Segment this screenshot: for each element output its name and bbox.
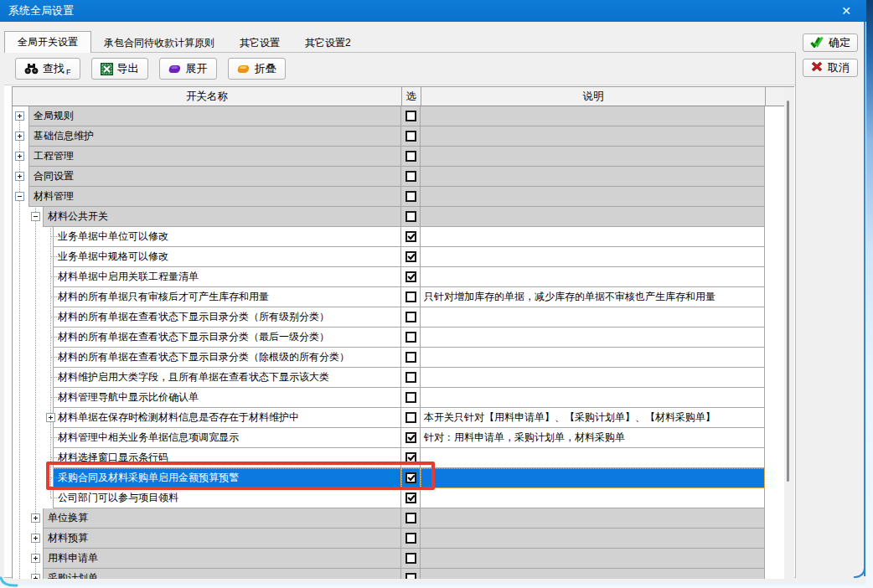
collapse-minus-icon[interactable] bbox=[31, 212, 40, 221]
column-header-2[interactable]: 选 bbox=[402, 87, 421, 106]
unchecked-checkbox[interactable] bbox=[406, 553, 416, 564]
cancel-button[interactable]: 取消 bbox=[803, 59, 858, 77]
unchecked-checkbox[interactable] bbox=[406, 171, 416, 182]
table-row[interactable]: 材料的所有单据在查看状态下显示目录分类（除根级的所有分类） bbox=[13, 348, 794, 368]
table-row[interactable]: 基础信息维护 bbox=[13, 126, 794, 147]
tree-connector-line bbox=[50, 397, 60, 398]
tab-page-global-switches: 查找F导出展开折叠 开关名称选说明 全局规则基础信息维护工程管理合同设置材料管理… bbox=[4, 52, 796, 578]
column-header-3[interactable]: 说明 bbox=[421, 87, 766, 106]
table-row[interactable]: 材料的所有单据在查看状态下显示目录分类（最后一级分类） bbox=[13, 328, 794, 348]
ok-button[interactable]: 确定 bbox=[803, 34, 858, 52]
展开-button[interactable]: 展开 bbox=[159, 58, 217, 80]
tab-2[interactable]: 承包合同待收款计算原则 bbox=[91, 33, 227, 53]
collapse-minus-icon[interactable] bbox=[15, 192, 24, 201]
expand-plus-icon[interactable] bbox=[31, 574, 40, 579]
check-cell bbox=[401, 207, 421, 227]
vertical-scrollbar-track[interactable] bbox=[784, 87, 794, 579]
switch-name-cell: 材料管理导航中显示比价确认单 bbox=[53, 388, 401, 408]
toolbar-button-label: 查找 bbox=[43, 61, 65, 76]
expand-plus-icon[interactable] bbox=[15, 111, 24, 121]
check-cell bbox=[401, 126, 421, 147]
check-cell bbox=[401, 549, 421, 569]
checked-checkbox[interactable] bbox=[406, 251, 416, 262]
table-row[interactable]: 采购计划单 bbox=[13, 569, 794, 579]
tab-1[interactable]: 全局开关设置 bbox=[4, 31, 91, 53]
expand-plus-icon[interactable] bbox=[15, 152, 24, 161]
binoculars-icon bbox=[24, 63, 39, 75]
table-row[interactable]: 用料申请单 bbox=[13, 549, 794, 569]
checked-checkbox[interactable] bbox=[406, 271, 416, 282]
expand-plus-icon[interactable] bbox=[31, 534, 40, 543]
checked-checkbox[interactable] bbox=[406, 231, 416, 242]
unchecked-checkbox[interactable] bbox=[406, 211, 416, 222]
unchecked-checkbox[interactable] bbox=[406, 151, 416, 162]
toolbar: 查找F导出展开折叠 bbox=[4, 53, 795, 85]
table-row[interactable]: 公司部门可以参与项目领料 bbox=[13, 488, 794, 508]
unchecked-checkbox[interactable] bbox=[406, 352, 416, 363]
check-cell bbox=[401, 408, 421, 428]
table-row[interactable]: 采购合同及材料采购单启用金额预算预警 bbox=[13, 468, 794, 488]
expand-plus-icon[interactable] bbox=[46, 413, 55, 422]
checked-checkbox[interactable] bbox=[406, 472, 416, 483]
description-cell bbox=[421, 368, 765, 388]
unchecked-checkbox[interactable] bbox=[406, 111, 416, 121]
导出-button[interactable]: 导出 bbox=[91, 58, 148, 80]
checked-checkbox[interactable] bbox=[406, 432, 416, 443]
table-row[interactable]: 材料的所有单据只有审核后才可产生库存和用量只针对增加库存的单据，减少库存的单据不… bbox=[13, 287, 794, 307]
table-row[interactable]: 业务单据中规格可以修改 bbox=[13, 247, 794, 267]
unchecked-checkbox[interactable] bbox=[406, 573, 416, 579]
vertical-scrollbar-thumb[interactable] bbox=[787, 101, 789, 482]
unchecked-checkbox[interactable] bbox=[406, 533, 416, 544]
tab-4[interactable]: 其它设置2 bbox=[292, 33, 364, 53]
close-button[interactable]: ✕ bbox=[833, 1, 860, 21]
tree-gutter bbox=[13, 287, 53, 307]
table-row[interactable]: 材料维护启用大类字段，且所有单据在查看状态下显示该大类 bbox=[13, 368, 794, 388]
tree-gutter bbox=[13, 448, 53, 468]
window-title: 系统全局设置 bbox=[8, 3, 74, 18]
expand-plus-icon[interactable] bbox=[31, 513, 40, 523]
column-header-1[interactable]: 开关名称 bbox=[13, 87, 402, 106]
unchecked-checkbox[interactable] bbox=[406, 372, 416, 383]
tree-connector-line bbox=[50, 297, 60, 297]
unchecked-checkbox[interactable] bbox=[406, 131, 416, 142]
table-row[interactable]: 材料的所有单据在查看状态下显示目录分类（所有级别分类） bbox=[13, 307, 794, 328]
expand-plus-icon[interactable] bbox=[15, 172, 24, 181]
unchecked-checkbox[interactable] bbox=[406, 332, 416, 343]
check-cell bbox=[401, 328, 421, 348]
table-row[interactable]: 全局规则 bbox=[13, 106, 794, 126]
table-row[interactable]: 单位换算 bbox=[13, 508, 794, 529]
table-row[interactable]: 材料选择窗口显示条行码 bbox=[13, 448, 794, 468]
window-bottom-edge bbox=[0, 582, 866, 588]
table-row[interactable]: 材料单据中启用关联工程量清单 bbox=[13, 267, 794, 287]
unchecked-checkbox[interactable] bbox=[406, 513, 416, 524]
check-cell bbox=[401, 147, 421, 167]
check-cell bbox=[401, 529, 421, 549]
unchecked-checkbox[interactable] bbox=[406, 392, 416, 403]
table-row[interactable]: 材料预算 bbox=[13, 529, 794, 549]
table-row[interactable]: 材料单据在保存时检测材料信息是否存在于材料维护中本开关只针对【用料申请单】、【采… bbox=[13, 408, 794, 428]
折叠-button[interactable]: 折叠 bbox=[228, 58, 286, 80]
background-swoosh-decoration bbox=[0, 573, 20, 588]
table-row[interactable]: 合同设置 bbox=[13, 167, 794, 187]
table-row[interactable]: 业务单据中单位可以修改 bbox=[13, 227, 794, 247]
check-cell bbox=[401, 287, 421, 307]
description-cell bbox=[421, 348, 765, 368]
unchecked-checkbox[interactable] bbox=[406, 312, 416, 322]
check-cell bbox=[401, 428, 421, 448]
tab-3[interactable]: 其它设置 bbox=[227, 33, 292, 53]
unchecked-checkbox[interactable] bbox=[406, 291, 416, 302]
table-row[interactable]: 材料管理 bbox=[13, 187, 794, 207]
checked-checkbox[interactable] bbox=[406, 452, 416, 463]
查找-button[interactable]: 查找F bbox=[15, 58, 80, 80]
table-row[interactable]: 材料公共开关 bbox=[13, 207, 794, 227]
checked-checkbox[interactable] bbox=[406, 493, 416, 503]
unchecked-checkbox[interactable] bbox=[406, 191, 416, 202]
table-row[interactable]: 材料管理导航中显示比价确认单 bbox=[13, 388, 794, 408]
table-row[interactable]: 材料管理中相关业务单据信息项调宽显示针对：用料申请单，采购计划单，材料采购单 bbox=[13, 428, 794, 448]
table-row[interactable]: 工程管理 bbox=[13, 147, 794, 167]
expand-plus-icon[interactable] bbox=[31, 554, 40, 563]
unchecked-checkbox[interactable] bbox=[406, 412, 416, 423]
cancel-button-label: 取消 bbox=[828, 60, 850, 75]
expand-plus-icon[interactable] bbox=[15, 132, 24, 141]
tree-gutter bbox=[13, 388, 53, 408]
